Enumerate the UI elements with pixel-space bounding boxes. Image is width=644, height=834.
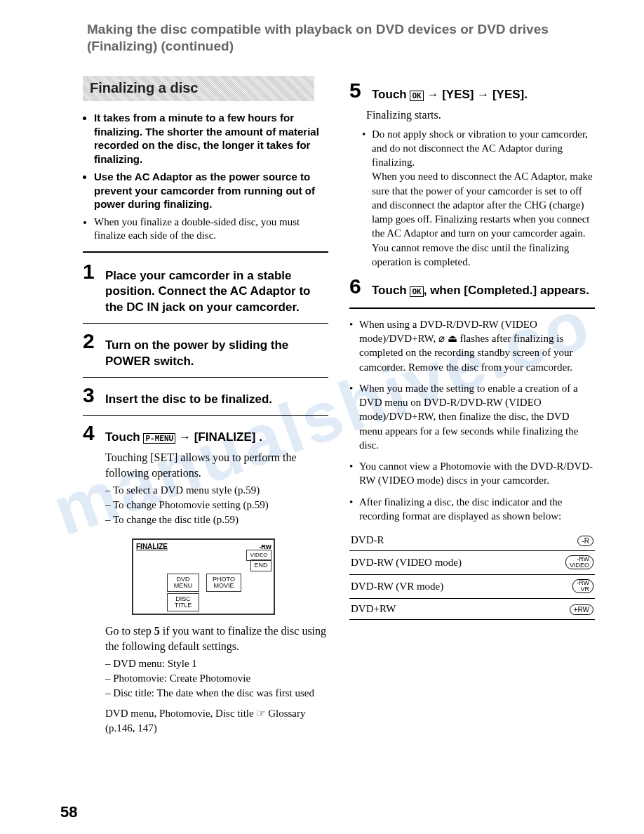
page-number: 58 — [60, 803, 77, 821]
step-text: Touch OK → [YES] → [YES]. — [372, 80, 595, 103]
default-item: Disc title: The date when the disc was f… — [105, 687, 328, 699]
step4-suffix: → [FINALIZE] . — [175, 430, 262, 444]
default-item: Photomovie: Create Photomovie — [105, 673, 328, 684]
step-6: 6 Touch OK, when [Completed.] appears. — [349, 276, 595, 299]
finalize-screen-illustration: FINALIZE -RW VIDEO END DVD MENU PHOTO MO… — [132, 538, 275, 615]
intro-bullet: Use the AC Adaptor as the power source t… — [94, 170, 328, 211]
goto-a: Go to step — [105, 625, 154, 637]
step-number: 5 — [349, 80, 366, 101]
table-row: DVD-RW (VR mode) -RW VR — [349, 575, 595, 599]
page-title: Making the disc compatible with playback… — [87, 21, 578, 55]
step5-suffix: → [YES] → [YES]. — [424, 88, 528, 101]
step6-prefix: Touch — [372, 284, 410, 297]
intro-bullet: It takes from a minute to a few hours fo… — [94, 111, 328, 166]
step-number: 1 — [83, 261, 100, 282]
step-1: 1 Place your camcorder in a stable posit… — [83, 261, 328, 317]
step6-suffix: , when [Completed.] appears. — [424, 284, 589, 297]
step-number: 3 — [83, 385, 100, 406]
step4-option: To change Photomovie setting (p.59) — [105, 499, 328, 511]
step5-after: Finalizing starts. — [366, 107, 595, 123]
pmenu-button-icon: P-MENU — [143, 433, 175, 444]
screen-photo-movie-button: PHOTO MOVIE — [206, 574, 241, 592]
intro-bullet-list: It takes from a minute to a few hours fo… — [83, 111, 328, 243]
step-2: 2 Turn on the power by sliding the POWER… — [83, 331, 328, 370]
step5-notes: Do not apply shock or vibration to your … — [362, 127, 595, 270]
table-row: DVD-RW (VIDEO mode) -RW VIDEO — [349, 551, 595, 575]
table-row: DVD+RW +RW — [349, 599, 595, 620]
indicator-label: DVD-R — [349, 530, 542, 551]
indicator-label: DVD+RW — [349, 599, 542, 620]
indicator-label: DVD-RW (VR mode) — [349, 575, 542, 599]
right-column: 5 Touch OK → [YES] → [YES]. Finalizing s… — [349, 76, 595, 735]
step-text: Touch OK, when [Completed.] appears. — [372, 276, 595, 299]
screen-label: FINALIZE — [136, 543, 168, 550]
screen-dvd-menu-button: DVD MENU — [167, 574, 199, 592]
indicator-icon: -RW VR — [572, 579, 593, 593]
left-column: Finalizing a disc It takes from a minute… — [83, 76, 328, 735]
step-4: 4 Touch P-MENU → [FINALIZE] . — [83, 423, 328, 446]
section-heading: Finalizing a disc — [90, 80, 198, 96]
step4-description: Touching [SET] allows you to perform the… — [105, 450, 328, 480]
step4-options: To select a DVD menu style (p.59) To cha… — [105, 484, 328, 526]
glossary-note: DVD menu, Photomovie, Disc title ☞ Gloss… — [105, 706, 328, 735]
step5-prefix: Touch — [372, 88, 410, 101]
indicator-icon: +RW — [570, 604, 593, 615]
post-note: When using a DVD-R/DVD-RW (VIDEO mode)/D… — [349, 317, 595, 374]
table-row: DVD-R -R — [349, 530, 595, 551]
step-number: 2 — [83, 331, 100, 352]
step-text: Turn on the power by sliding the POWER s… — [105, 331, 328, 370]
post-note: When you made the setting to enable a cr… — [349, 381, 595, 452]
default-item: DVD menu: Style 1 — [105, 658, 328, 670]
screen-end-button: END — [250, 560, 271, 571]
post-notes: When using a DVD-R/DVD-RW (VIDEO mode)/D… — [349, 317, 595, 523]
post-note: You cannot view a Photomovie with the DV… — [349, 459, 595, 488]
ok-button-icon: OK — [410, 91, 423, 101]
indicator-label: DVD-RW (VIDEO mode) — [349, 551, 542, 575]
intro-note: When you finalize a double-sided disc, y… — [94, 216, 328, 243]
goto-b: 5 — [154, 625, 160, 637]
indicator-icon: -R — [577, 536, 593, 546]
step-3: 3 Insert the disc to be finalized. — [83, 385, 328, 408]
ok-button-icon: OK — [410, 286, 423, 297]
step5-note: Do not apply shock or vibration to your … — [362, 127, 595, 270]
indicator-table: DVD-R -R DVD-RW (VIDEO mode) -RW VIDEO D… — [349, 530, 595, 620]
step-text: Place your camcorder in a stable positio… — [105, 261, 328, 317]
step4-defaults: DVD menu: Style 1 Photomovie: Create Pho… — [105, 658, 328, 699]
step4-option: To change the disc title (p.59) — [105, 514, 328, 526]
post-note: After finalizing a disc, the disc indica… — [349, 495, 595, 524]
step-5: 5 Touch OK → [YES] → [YES]. — [349, 80, 595, 103]
step4-prefix: Touch — [105, 430, 143, 444]
section-heading-band: Finalizing a disc — [83, 76, 328, 101]
step4-goto: Go to step 5 if you want to finalize the… — [105, 623, 328, 654]
step4-option: To select a DVD menu style (p.59) — [105, 484, 328, 496]
step-text: Insert the disc to be finalized. — [105, 385, 328, 408]
step-text: Touch P-MENU → [FINALIZE] . — [105, 423, 328, 446]
screen-disc-title-button: DISC TITLE — [167, 593, 199, 611]
indicator-icon: -RW VIDEO — [565, 555, 593, 569]
step-number: 4 — [83, 423, 100, 444]
step-number: 6 — [349, 276, 366, 297]
